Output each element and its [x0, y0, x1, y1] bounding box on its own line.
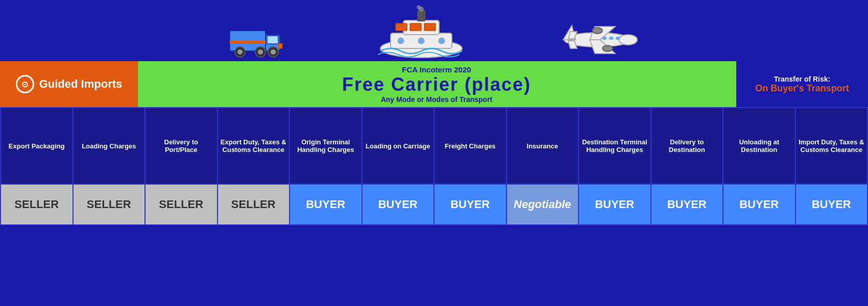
svg-point-16 — [417, 5, 421, 9]
party-export-duty: SELLER — [218, 184, 290, 225]
party-delivery-to-port: SELLER — [145, 184, 218, 225]
svg-point-19 — [439, 38, 445, 44]
charges-table: Export PackagingLoading ChargesDelivery … — [0, 107, 868, 225]
header-destination-terminal: Destination Terminal Handling Charges — [578, 108, 651, 184]
brand-logo: ⊙ — [16, 75, 34, 93]
risk-value: On Buyer's Transport — [755, 83, 849, 94]
svg-point-17 — [398, 38, 404, 44]
plane-icon — [559, 20, 641, 61]
incoterm-label: FCA Incoterm 2020 — [402, 65, 471, 74]
header-freight-charges: Freight Charges — [434, 108, 507, 184]
svg-point-8 — [258, 49, 263, 55]
truck-icon — [227, 15, 283, 61]
svg-rect-31 — [609, 37, 613, 40]
header-export-duty: Export Duty, Taxes & Customs Clearance — [218, 108, 290, 184]
svg-rect-32 — [616, 37, 620, 40]
svg-rect-14 — [417, 10, 425, 21]
party-delivery-to-destination: BUYER — [651, 184, 724, 225]
svg-point-24 — [619, 35, 637, 45]
party-export-packaging: SELLER — [1, 184, 73, 225]
party-destination-terminal: BUYER — [578, 184, 651, 225]
party-import-duty: BUYER — [795, 184, 868, 225]
incoterm-subtitle: Any Mode or Modes of Transport — [381, 95, 493, 104]
table-container: Export PackagingLoading ChargesDelivery … — [0, 107, 868, 225]
header-unloading-at-destination: Unloading at Destination — [723, 108, 795, 184]
header-loading-on-carriage: Loading on Carriage — [362, 108, 435, 184]
svg-rect-20 — [396, 23, 407, 31]
party-unloading-at-destination: BUYER — [723, 184, 795, 225]
party-freight-charges: BUYER — [434, 184, 507, 225]
party-loading-on-carriage: BUYER — [362, 184, 435, 225]
header-delivery-to-destination: Delivery to Destination — [651, 108, 724, 184]
party-insurance: Negotiable — [507, 184, 579, 225]
table-party-row: SELLERSELLERSELLERSELLERBUYERBUYERBUYERN… — [1, 184, 867, 225]
header-origin-terminal: Origin Terminal Handling Charges — [290, 108, 362, 184]
incoterm-title: Free Carrier (place) — [342, 74, 531, 95]
header-bar: ⊙ Guided Imports FCA Incoterm 2020 Free … — [0, 61, 868, 107]
svg-rect-4 — [230, 41, 266, 44]
brand-name: Guided Imports — [39, 78, 123, 91]
svg-rect-21 — [410, 23, 421, 31]
svg-point-34 — [592, 28, 602, 34]
party-origin-terminal: BUYER — [290, 184, 362, 225]
ship-icon — [375, 5, 467, 61]
header-loading-charges: Loading Charges — [73, 108, 146, 184]
svg-point-33 — [602, 45, 613, 52]
risk-label: Transfer of Risk: — [774, 75, 830, 83]
svg-rect-22 — [424, 23, 436, 31]
table-header-row: Export PackagingLoading ChargesDelivery … — [1, 108, 867, 184]
risk-section: Transfer of Risk: On Buyer's Transport — [735, 61, 868, 107]
svg-point-10 — [271, 49, 276, 55]
svg-point-6 — [237, 49, 243, 55]
svg-rect-30 — [602, 37, 607, 40]
header-insurance: Insurance — [507, 108, 579, 184]
brand-section: ⊙ Guided Imports — [0, 61, 138, 107]
header-export-packaging: Export Packaging — [1, 108, 73, 184]
svg-rect-3 — [278, 43, 282, 48]
svg-rect-2 — [267, 36, 278, 44]
title-section: FCA Incoterm 2020 Free Carrier (place) A… — [138, 61, 735, 107]
svg-point-18 — [418, 38, 424, 44]
party-loading-charges: SELLER — [73, 184, 146, 225]
header-delivery-to-port: Delivery to Port/Place — [145, 108, 218, 184]
header-import-duty: Import Duty, Taxes & Customs Clearance — [795, 108, 868, 184]
icons-row — [0, 0, 868, 61]
